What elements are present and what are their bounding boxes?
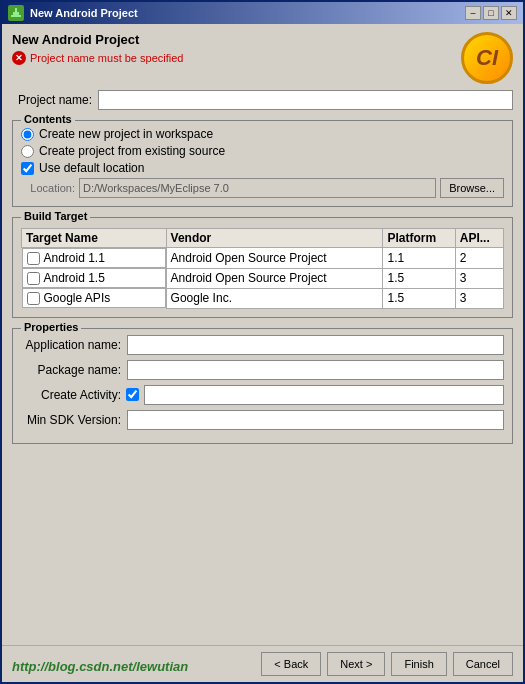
radio-new-project[interactable] bbox=[21, 128, 34, 141]
package-name-input[interactable] bbox=[127, 360, 504, 380]
target-checkbox[interactable] bbox=[27, 272, 40, 285]
radio-new-project-row: Create new project in workspace bbox=[21, 127, 504, 141]
title-bar-buttons: – □ ✕ bbox=[465, 6, 517, 20]
min-sdk-label: Min SDK Version: bbox=[21, 413, 121, 427]
project-name-input[interactable] bbox=[98, 90, 513, 110]
target-name-cell: Android 1.5 bbox=[22, 268, 166, 288]
target-checkbox[interactable] bbox=[27, 252, 40, 265]
min-sdk-row: Min SDK Version: bbox=[21, 410, 504, 430]
target-checkbox[interactable] bbox=[27, 292, 40, 305]
project-name-label: Project name: bbox=[12, 93, 92, 107]
title-bar: New Android Project – □ ✕ bbox=[2, 2, 523, 24]
api-cell: 3 bbox=[455, 268, 503, 288]
table-row: Android 1.1 Android Open Source Project … bbox=[22, 248, 504, 269]
header-section: New Android Project ✕ Project name must … bbox=[12, 32, 513, 84]
location-input[interactable] bbox=[79, 178, 436, 198]
vendor-cell: Google Inc. bbox=[166, 288, 383, 308]
platform-cell: 1.5 bbox=[383, 288, 455, 308]
bottom-bar: http://blog.csdn.net/lewutian < Back Nex… bbox=[2, 645, 523, 682]
svg-rect-0 bbox=[11, 15, 21, 17]
target-name: Google APIs bbox=[44, 291, 111, 305]
create-activity-row: Create Activity: bbox=[21, 385, 504, 405]
min-sdk-input[interactable] bbox=[127, 410, 504, 430]
contents-group: Contents Create new project in workspace… bbox=[12, 120, 513, 207]
maximize-button[interactable]: □ bbox=[483, 6, 499, 20]
col-header-target: Target Name bbox=[22, 229, 167, 248]
title-bar-text: New Android Project bbox=[30, 7, 138, 19]
location-label: Location: bbox=[21, 182, 75, 194]
default-location-row: Use default location bbox=[21, 161, 504, 175]
default-location-checkbox[interactable] bbox=[21, 162, 34, 175]
svg-rect-2 bbox=[15, 8, 17, 12]
title-bar-left: New Android Project bbox=[8, 5, 138, 21]
platform-cell: 1.1 bbox=[383, 248, 455, 269]
header-left: New Android Project ✕ Project name must … bbox=[12, 32, 183, 65]
properties-group-label: Properties bbox=[21, 321, 81, 333]
back-button[interactable]: < Back bbox=[261, 652, 321, 676]
vendor-cell: Android Open Source Project bbox=[166, 248, 383, 269]
cancel-button[interactable]: Cancel bbox=[453, 652, 513, 676]
build-target-table: Target Name Vendor Platform API... Andro… bbox=[21, 228, 504, 309]
finish-button[interactable]: Finish bbox=[391, 652, 446, 676]
platform-cell: 1.5 bbox=[383, 268, 455, 288]
svg-rect-1 bbox=[13, 12, 19, 15]
target-name-cell: Android 1.1 bbox=[22, 248, 166, 268]
application-name-input[interactable] bbox=[127, 335, 504, 355]
target-name: Android 1.5 bbox=[44, 271, 105, 285]
ci-logo: CI bbox=[461, 32, 513, 84]
window-icon bbox=[8, 5, 24, 21]
table-row: Google APIs Google Inc. 1.5 3 bbox=[22, 288, 504, 308]
window-content: New Android Project ✕ Project name must … bbox=[2, 24, 523, 645]
browse-button[interactable]: Browse... bbox=[440, 178, 504, 198]
create-activity-label: Create Activity: bbox=[21, 388, 121, 402]
radio-new-project-label: Create new project in workspace bbox=[39, 127, 213, 141]
properties-group: Properties Application name: Package nam… bbox=[12, 328, 513, 444]
col-header-api: API... bbox=[455, 229, 503, 248]
application-name-label: Application name: bbox=[21, 338, 121, 352]
project-name-row: Project name: bbox=[12, 90, 513, 110]
error-row: ✕ Project name must be specified bbox=[12, 51, 183, 65]
build-target-group: Build Target Target Name Vendor Platform… bbox=[12, 217, 513, 318]
error-icon: ✕ bbox=[12, 51, 26, 65]
radio-existing-project-label: Create project from existing source bbox=[39, 144, 225, 158]
col-header-vendor: Vendor bbox=[166, 229, 383, 248]
contents-group-label: Contents bbox=[21, 113, 75, 125]
application-name-row: Application name: bbox=[21, 335, 504, 355]
col-header-platform: Platform bbox=[383, 229, 455, 248]
create-activity-checkbox[interactable] bbox=[126, 388, 139, 401]
next-button[interactable]: Next > bbox=[327, 652, 385, 676]
vendor-cell: Android Open Source Project bbox=[166, 268, 383, 288]
target-name-cell: Google APIs bbox=[22, 288, 166, 308]
minimize-button[interactable]: – bbox=[465, 6, 481, 20]
build-target-label: Build Target bbox=[21, 210, 90, 222]
error-text: Project name must be specified bbox=[30, 52, 183, 64]
radio-existing-project[interactable] bbox=[21, 145, 34, 158]
target-name: Android 1.1 bbox=[44, 251, 105, 265]
api-cell: 2 bbox=[455, 248, 503, 269]
new-android-project-window: New Android Project – □ ✕ New Android Pr… bbox=[0, 0, 525, 684]
radio-existing-project-row: Create project from existing source bbox=[21, 144, 504, 158]
api-cell: 3 bbox=[455, 288, 503, 308]
default-location-label: Use default location bbox=[39, 161, 144, 175]
package-name-label: Package name: bbox=[21, 363, 121, 377]
close-button[interactable]: ✕ bbox=[501, 6, 517, 20]
watermark-text: http://blog.csdn.net/lewutian bbox=[12, 659, 188, 674]
table-row: Android 1.5 Android Open Source Project … bbox=[22, 268, 504, 288]
package-name-row: Package name: bbox=[21, 360, 504, 380]
page-title: New Android Project bbox=[12, 32, 183, 47]
location-row: Location: Browse... bbox=[21, 178, 504, 198]
create-activity-input[interactable] bbox=[144, 385, 504, 405]
